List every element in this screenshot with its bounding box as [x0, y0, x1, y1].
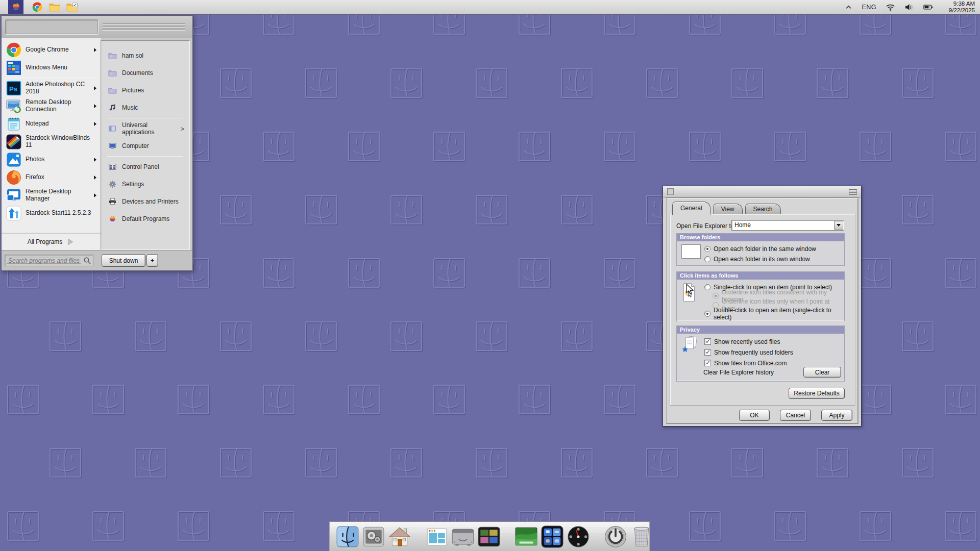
checkbox-option-show-frequently-used-folders[interactable]: Show frequently used folders: [704, 347, 842, 358]
start-menu-item-firefox[interactable]: Firefox: [2, 168, 101, 186]
submenu-arrow-icon: [94, 122, 96, 126]
dock-panels-icon[interactable]: [425, 525, 449, 548]
start-menu-item-label: Stardock Start11 2.5.2.3: [26, 210, 96, 217]
start-menu-place-control-panel[interactable]: Control Panel: [101, 158, 189, 176]
dock-media-icon[interactable]: [477, 525, 501, 548]
window-shade-icon[interactable]: [849, 189, 857, 195]
start-menu-item-remote-desktop-connection[interactable]: Remote Desktop Connection: [2, 97, 101, 115]
start-menu-place-pictures[interactable]: Pictures: [101, 82, 189, 99]
start-menu-place-default-programs[interactable]: Default Programs: [101, 210, 189, 228]
restore-defaults-button[interactable]: Restore Defaults: [789, 388, 845, 399]
start-menu-place-settings[interactable]: Settings: [101, 176, 189, 193]
tab-search[interactable]: Search: [745, 204, 781, 214]
wifi-icon[interactable]: [886, 3, 895, 11]
start-menu-item-stardock-start11-2-5-2-3[interactable]: Stardock Start11 2.5.2.3: [2, 204, 101, 222]
dock-power-icon[interactable]: [604, 525, 627, 548]
all-programs-arrow-icon: [66, 238, 75, 246]
start-menu-place-computer[interactable]: Computer: [101, 137, 189, 155]
folder-check-icon[interactable]: [66, 2, 78, 12]
dock-finder-icon[interactable]: [336, 525, 359, 548]
tab-general[interactable]: General: [672, 202, 710, 215]
start-menu-place-ham-sol[interactable]: ham sol: [101, 47, 189, 64]
apply-button[interactable]: Apply: [821, 410, 852, 421]
place-label: Music: [122, 104, 138, 111]
checkbox-icon[interactable]: [704, 360, 711, 366]
checkbox-icon[interactable]: [704, 349, 711, 356]
radio-icon[interactable]: [713, 302, 719, 308]
dock-app-grid-icon[interactable]: [541, 525, 564, 548]
start-menu-place-music[interactable]: Music: [101, 99, 189, 116]
submenu-arrow-icon: [94, 86, 96, 90]
search-icon: [83, 257, 91, 265]
dock-hard-drive-icon[interactable]: [451, 525, 475, 548]
start-menu-item-remote-desktop-manager[interactable]: Remote Desktop Manager: [2, 186, 101, 204]
shutdown-button[interactable]: Shut down: [102, 254, 145, 267]
combobox-dropdown-button[interactable]: [834, 221, 843, 230]
volume-icon[interactable]: [904, 3, 914, 11]
submenu-arrow-icon: [94, 176, 96, 180]
printer-icon: [108, 197, 117, 206]
click-items-group: Click items as follows Single-click to o…: [676, 271, 845, 321]
radio-option-open-each-folder-in-its-own-window[interactable]: Open each folder in its own window: [704, 254, 842, 264]
tray-expand-chevron-icon[interactable]: [845, 4, 852, 11]
start-menu-place-universal-applications[interactable]: Universal applications: [101, 120, 189, 137]
settings-icon: [108, 180, 117, 188]
radio-icon[interactable]: [704, 284, 710, 290]
chevron-down-icon: [837, 224, 841, 227]
clear-button[interactable]: Clear: [803, 367, 841, 378]
clock-time: 9:38 AM: [942, 1, 975, 7]
checkbox-icon[interactable]: [704, 338, 711, 345]
radio-option-open-each-folder-in-the-same-window[interactable]: Open each folder in the same window: [704, 244, 842, 254]
option-label: Open each folder in its own window: [714, 256, 810, 263]
start-menu-item-adobe-photoshop-cc-2018[interactable]: PsAdobe Photoshop CC 2018: [2, 79, 101, 97]
option-label: Show frequently used folders: [714, 349, 793, 356]
start-menu-item-stardock-windowblinds-11[interactable]: Stardock WindowBlinds 11: [2, 133, 101, 151]
radio-icon[interactable]: [704, 256, 710, 262]
start-menu-item-photos[interactable]: Photos: [2, 151, 101, 168]
dock-trash-icon[interactable]: [630, 525, 653, 548]
ok-button[interactable]: OK: [739, 410, 770, 421]
radio-option-double-click-to-open-an-item-single-click-to-select[interactable]: Double-click to open an item (single-cli…: [704, 310, 842, 319]
start-menu-item-notepad[interactable]: Notepad: [2, 115, 101, 133]
checkbox-option-show-recently-used-files[interactable]: Show recently used files: [704, 336, 842, 347]
cancel-button[interactable]: Cancel: [780, 410, 811, 421]
shutdown-options-button[interactable]: +: [146, 254, 158, 267]
radio-icon[interactable]: [704, 311, 710, 317]
dock-dashboard-icon[interactable]: [567, 525, 590, 548]
browse-folders-options: Open each folder in the same windowOpen …: [704, 241, 842, 264]
dialog-titlebar[interactable]: [663, 186, 861, 197]
radio-icon[interactable]: [713, 293, 719, 299]
start-menu-place-devices-and-printers[interactable]: Devices and Printers: [101, 193, 189, 210]
start-button[interactable]: [8, 0, 23, 14]
chrome-icon[interactable]: [32, 2, 43, 12]
dock-home-icon[interactable]: [388, 525, 411, 548]
dock-desktop-icon[interactable]: [514, 525, 538, 548]
language-indicator[interactable]: ENG: [862, 4, 876, 11]
folder-sm-icon: [108, 69, 117, 77]
chrome-icon: [6, 42, 21, 58]
search-box[interactable]: [5, 255, 93, 266]
place-label: Control Panel: [122, 163, 159, 170]
folder-icon[interactable]: [49, 2, 60, 12]
all-programs-button[interactable]: All Programs: [2, 234, 101, 249]
dock-system-preferences-icon[interactable]: [362, 525, 385, 548]
separator: [107, 156, 183, 157]
start-menu-header: [2, 16, 192, 38]
start-menu-item-google-chrome[interactable]: Google Chrome: [2, 41, 101, 59]
music-icon: [108, 104, 117, 112]
open-to-combobox[interactable]: Home: [731, 220, 844, 231]
battery-icon[interactable]: [923, 3, 933, 11]
privacy-group: Privacy Show recently used filesShow fre…: [676, 325, 845, 382]
search-input[interactable]: [5, 255, 93, 266]
start-menu-item-windows-menu[interactable]: Windows Menu: [2, 59, 101, 77]
folder-sm-icon: [108, 86, 117, 94]
close-box-icon[interactable]: [667, 188, 674, 195]
tab-view[interactable]: View: [713, 204, 743, 214]
start-menu-place-documents[interactable]: Documents: [101, 64, 189, 82]
clock-date: 9/22/2025: [942, 7, 975, 14]
radio-icon[interactable]: [704, 246, 710, 252]
clock[interactable]: 9:38 AM 9/22/2025: [942, 1, 975, 14]
start-menu-item-label: Notepad: [26, 120, 89, 128]
all-programs-label: All Programs: [28, 238, 63, 245]
clear-history-label: Clear File Explorer history: [703, 369, 774, 376]
